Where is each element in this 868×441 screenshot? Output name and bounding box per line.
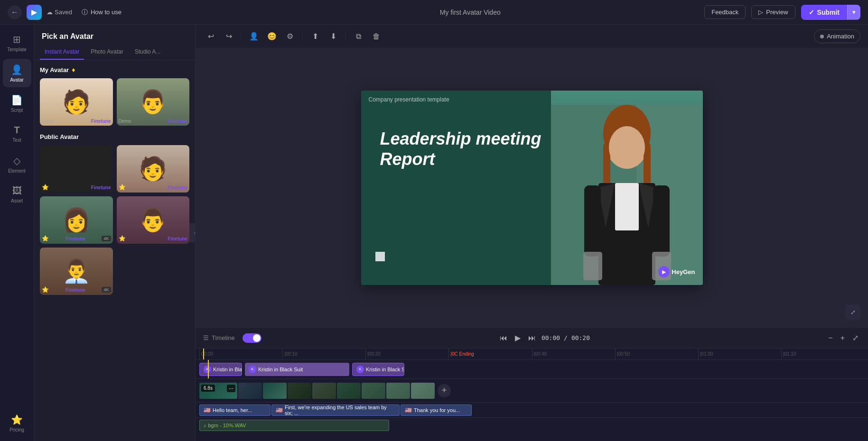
skip-back-button[interactable]: ⏮ <box>498 332 509 344</box>
icon-sidebar: ⊞ Template 👤 Avatar 📄 Script T Text ◇ El… <box>0 25 34 441</box>
heygen-label: HeyGen <box>672 268 695 276</box>
ruler-mark-5: |00:50 <box>615 349 698 360</box>
project-title: My first Avatar Video <box>242 9 699 16</box>
copy-button[interactable]: ⧉ <box>351 29 366 44</box>
sidebar-label-template: Template <box>7 47 27 52</box>
caption-label-2: First, we're expanding the US sales team… <box>285 404 395 416</box>
slide-thumb-9[interactable] <box>411 383 435 399</box>
skip-forward-button[interactable]: ⏭ <box>526 332 538 344</box>
public-avatar-card-2[interactable]: 🧑 ⭐ Finetune <box>117 145 190 193</box>
public-avatar-card-5[interactable]: 👨‍💼 ⭐ Finetune 4K <box>40 248 113 295</box>
audio-clip[interactable]: ♪ bgm - 10%.WAV <box>199 420 389 431</box>
zoom-fit-button[interactable]: ⤢ <box>850 331 860 344</box>
avatar-card-2[interactable]: 👨 Demo Finetune <box>117 78 190 126</box>
how-to-use-button[interactable]: ⓘ How to use <box>77 5 126 19</box>
caption-clip-1[interactable]: 🇺🇸 Hello team, her... <box>199 404 271 416</box>
caption-label-1: Hello team, her... <box>213 407 252 413</box>
slide-thumb-6[interactable] <box>337 383 361 399</box>
fit-screen-button[interactable]: ⤢ <box>845 304 860 320</box>
person-button[interactable]: 👤 <box>246 29 261 44</box>
layer-up-button[interactable]: ⬆ <box>308 29 323 44</box>
tab-photo-avatar[interactable]: Photo Avatar <box>86 45 128 60</box>
settings-button[interactable]: ⚙ <box>282 29 298 44</box>
timeline-tracks: K Kristin in Black S... K Kristin in Bla… <box>196 360 868 441</box>
premium-icon-5: ⭐ <box>42 286 49 293</box>
sidebar-item-pricing[interactable]: ⭐ Pricing <box>3 409 31 437</box>
sidebar-item-text[interactable]: T Text <box>3 119 31 148</box>
feedback-button[interactable]: Feedback <box>704 5 746 19</box>
finetune-badge-p3: Finetune <box>65 236 85 241</box>
timeline-toggle[interactable] <box>243 333 261 343</box>
crown-icon: ♦ <box>72 66 75 74</box>
slide-thumb-5[interactable] <box>312 383 336 399</box>
slide-options-button[interactable]: ··· <box>227 385 235 392</box>
avatar-clip-3[interactable]: K Kristin in Black Suit <box>352 363 404 376</box>
clip-label-2: Kristin in Black Suit <box>258 367 303 372</box>
avatar-panel: Pick an Avatar Instant Avatar Photo Avat… <box>34 25 196 441</box>
sidebar-item-element[interactable]: ◇ Element <box>3 150 31 178</box>
avatar-tabs: Instant Avatar Photo Avatar Studio A... <box>34 45 195 60</box>
back-button[interactable]: ← <box>8 5 22 19</box>
panel-collapse-handle[interactable]: ‹ <box>189 223 196 242</box>
zoom-out-button[interactable]: − <box>826 332 834 344</box>
saved-label: Saved <box>55 9 72 16</box>
sidebar-label-script: Script <box>11 108 23 113</box>
submit-dropdown-button[interactable]: ▾ <box>847 5 860 19</box>
public-avatar-section-title: Public Avatar <box>40 133 189 140</box>
sidebar-item-template[interactable]: ⊞ Template <box>3 28 31 57</box>
tab-studio-avatar[interactable]: Studio A... <box>130 45 166 60</box>
caption-clip-2[interactable]: 🇺🇸 First, we're expanding the US sales t… <box>271 404 400 416</box>
timeline-controls: ⏮ ▶ ⏭ 00:00 / 00:20 <box>498 331 590 344</box>
svg-rect-12 <box>615 183 639 230</box>
avatar-clip-2[interactable]: K Kristin in Black Suit <box>245 363 349 376</box>
asset-icon: 🖼 <box>12 185 22 196</box>
sidebar-item-avatar[interactable]: 👤 Avatar <box>3 59 31 87</box>
editor-area: ↩ ↪ 👤 😊 ⚙ ⬆ ⬇ ⧉ 🗑 Animation Company pres… <box>196 25 868 441</box>
play-button[interactable]: ▶ <box>513 331 523 344</box>
svg-rect-16 <box>653 185 670 257</box>
public-avatar-card-3[interactable]: 👩 ⭐ Finetune 4K <box>40 196 113 244</box>
sidebar-item-asset[interactable]: 🖼 Asset <box>3 180 31 209</box>
script-icon: 📄 <box>11 94 23 106</box>
slide-track-row: 6.8s ··· + <box>196 379 868 403</box>
demo-badge-2: Demo <box>119 119 131 124</box>
slide-thumb-7[interactable] <box>362 383 385 399</box>
slide-title-line2: Report <box>380 149 435 169</box>
avatar-badge-2: Demo Finetune <box>119 119 188 124</box>
undo-button[interactable]: ↩ <box>203 29 218 44</box>
slide-thumb-2[interactable] <box>238 383 262 399</box>
slide-thumb-1[interactable]: 6.8s ··· <box>199 383 237 399</box>
animation-button[interactable]: Animation <box>814 29 860 43</box>
sidebar-item-script[interactable]: 📄 Script <box>3 89 31 118</box>
heygen-icon: ▶ <box>658 266 670 277</box>
emoji-button[interactable]: 😊 <box>264 29 280 44</box>
text-icon: T <box>14 125 19 136</box>
redo-button[interactable]: ↪ <box>221 29 236 44</box>
finetune-badge-p4: Finetune <box>168 236 187 241</box>
sidebar-label-avatar: Avatar <box>10 77 24 83</box>
timeline-text: Timeline <box>212 334 235 341</box>
finetune-badge-1: Finetune <box>91 119 111 124</box>
timeline-icon: ☰ <box>203 334 209 341</box>
toolbar-divider-3 <box>345 32 346 41</box>
layer-down-button[interactable]: ⬇ <box>326 29 341 44</box>
finetune-badge-p1: Finetune <box>91 185 111 190</box>
timeline-needle <box>203 349 204 359</box>
submit-button[interactable]: ✓ Submit <box>801 5 847 20</box>
public-avatar-card-1[interactable]: ⭐ Finetune <box>40 145 113 193</box>
slide-canvas[interactable]: Company presentation template 11/12/23 L… <box>361 91 703 285</box>
public-avatar-card-4[interactable]: 👨 ⭐ Finetune <box>117 196 190 244</box>
caption-clip-3[interactable]: 🇺🇸 Thank you for you... <box>401 404 472 416</box>
my-avatar-section-title: My Avatar ♦ <box>40 66 189 74</box>
element-icon: ◇ <box>13 155 20 166</box>
slide-thumb-4[interactable] <box>288 383 311 399</box>
tab-instant-avatar[interactable]: Instant Avatar <box>40 45 84 60</box>
slide-thumb-3[interactable] <box>263 383 287 399</box>
slide-thumb-8[interactable] <box>386 383 410 399</box>
preview-button[interactable]: ▷ Preview <box>751 5 795 19</box>
delete-button[interactable]: 🗑 <box>369 29 384 44</box>
add-slide-button[interactable]: + <box>438 384 451 397</box>
avatar-clip-1[interactable]: K Kristin in Black S... <box>199 363 242 376</box>
zoom-in-button[interactable]: + <box>839 332 847 344</box>
avatar-card-1[interactable]: 🧑 Demo Finetune <box>40 78 113 126</box>
